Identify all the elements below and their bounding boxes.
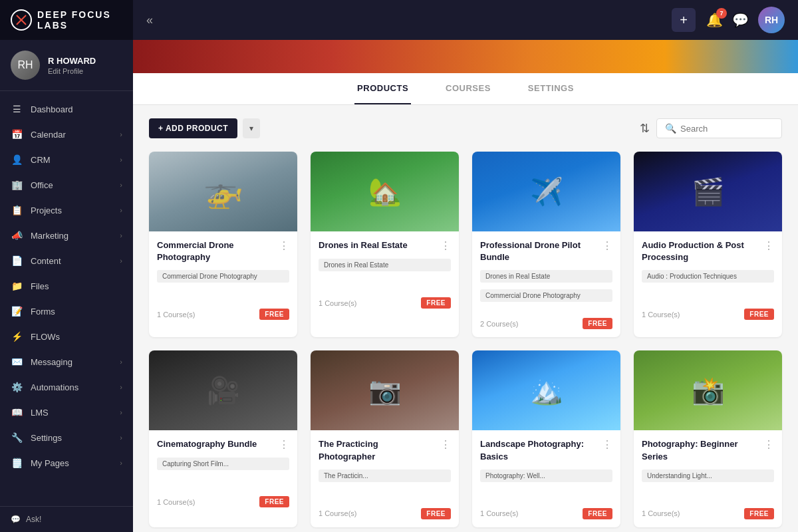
sidebar-item-crm[interactable]: 👤 CRM › [0, 147, 133, 172]
product-card-header: Cinematography Bundle ⋮ [157, 438, 289, 451]
sidebar-item-content[interactable]: 📄 Content › [0, 248, 133, 273]
chevron-icon: › [120, 257, 122, 265]
profile-name: R HOWARD [48, 56, 122, 66]
add-product-button[interactable]: + ADD PRODUCT [149, 118, 237, 138]
add-button[interactable]: + [672, 8, 696, 32]
product-tag: Capturing Short Film... [157, 458, 289, 470]
marketing-icon: 📣 [11, 229, 23, 241]
search-input[interactable] [680, 124, 773, 134]
logo-icon [11, 8, 32, 32]
sidebar-item-label: CRM [31, 155, 51, 165]
topbar: « + 🔔 7 💬 RH [133, 0, 798, 40]
product-card-header: Landscape Photography: Basics ⋮ [480, 438, 612, 462]
product-card-footer: 2 Course(s) FREE [480, 313, 612, 329]
nav-item-left: 📁 Files [11, 280, 49, 292]
ask-label: Ask! [26, 515, 41, 524]
my-pages-icon: 🗒️ [11, 457, 23, 469]
notifications-button[interactable]: 🔔 7 [706, 12, 723, 28]
product-menu-button[interactable]: ⋮ [602, 239, 612, 252]
sidebar-item-dashboard[interactable]: ☰ Dashboard [0, 96, 133, 122]
product-card-professional-drone-pilot: Professional Drone Pilot Bundle ⋮ Drones… [472, 152, 620, 337]
free-badge: FREE [421, 297, 451, 309]
product-card-header: Drones in Real Estate ⋮ [319, 239, 451, 252]
sidebar-item-office[interactable]: 🏢 Office › [0, 172, 133, 198]
files-icon: 📁 [11, 280, 23, 292]
tabs-bar: PRODUCTSCOURSESSETTINGS [133, 73, 798, 105]
product-menu-button[interactable]: ⋮ [440, 239, 451, 252]
product-card-footer: 1 Course(s) FREE [319, 292, 451, 309]
product-tag: Photography: Well... [480, 469, 612, 482]
product-menu-button[interactable]: ⋮ [279, 239, 289, 252]
product-card-header: Photography: Beginner Series ⋮ [642, 438, 774, 462]
profile-info: R HOWARD Edit Profile [48, 56, 122, 75]
sidebar-item-calendar[interactable]: 📅 Calendar › [0, 122, 133, 147]
lms-icon: 📖 [11, 406, 23, 418]
product-card-practicing-photographer: The Practicing Photographer ⋮ The Practi… [311, 350, 459, 527]
filter-button[interactable]: ⇅ [640, 121, 650, 136]
sidebar-item-my-pages[interactable]: 🗒️ My Pages › [0, 450, 133, 475]
tab-settings[interactable]: SETTINGS [525, 73, 577, 104]
course-count: 1 Course(s) [642, 509, 680, 517]
edit-profile-link[interactable]: Edit Profile [48, 67, 122, 75]
sidebar-item-files[interactable]: 📁 Files [0, 273, 133, 299]
automations-icon: ⚙️ [11, 381, 23, 393]
sidebar-item-forms[interactable]: 📝 Forms [0, 299, 133, 324]
product-card-header: Audio Production & Post Processing ⋮ [642, 239, 774, 263]
sidebar-item-label: Calendar [31, 130, 66, 140]
product-menu-button[interactable]: ⋮ [279, 438, 289, 451]
product-card-body: Landscape Photography: Basics ⋮ Photogra… [472, 430, 620, 527]
nav-item-left: 🗒️ My Pages [11, 457, 69, 469]
course-count: 1 Course(s) [480, 509, 518, 517]
tab-courses[interactable]: COURSES [443, 73, 493, 104]
product-card-body: Cinematography Bundle ⋮ Capturing Short … [149, 430, 297, 515]
product-card-footer: 1 Course(s) FREE [480, 503, 612, 519]
product-image [634, 152, 782, 231]
product-tags: Drones in Real Estate [319, 259, 451, 285]
user-avatar[interactable]: RH [758, 7, 785, 33]
sidebar-item-projects[interactable]: 📋 Projects › [0, 198, 133, 223]
product-image [149, 152, 297, 231]
product-card-body: Commercial Drone Photography ⋮ Commercia… [149, 231, 297, 328]
sidebar-item-flows[interactable]: ⚡ FLOWs [0, 324, 133, 349]
search-box: 🔍 [656, 118, 782, 138]
nav-item-left: 📋 Projects [11, 204, 62, 216]
product-tag: Drones in Real Estate [319, 259, 451, 271]
messages-button[interactable]: 💬 [732, 12, 749, 28]
product-title: Photography: Beginner Series [642, 438, 763, 462]
nav-item-left: 📖 LMS [11, 406, 49, 418]
products-toolbar: + ADD PRODUCT ▾ ⇅ 🔍 [149, 118, 782, 138]
settings-icon: 🔧 [11, 432, 23, 444]
free-badge: FREE [583, 318, 612, 329]
product-card-audio-production: Audio Production & Post Processing ⋮ Aud… [634, 152, 782, 337]
add-product-dropdown[interactable]: ▾ [243, 118, 260, 138]
ask-icon: 💬 [11, 515, 21, 524]
product-card-footer: 1 Course(s) FREE [157, 491, 289, 507]
product-image [311, 350, 459, 430]
product-title: Cinematography Bundle [157, 438, 279, 450]
course-count: 1 Course(s) [642, 311, 680, 319]
chevron-icon: › [120, 383, 122, 391]
chevron-icon: › [120, 408, 122, 416]
sidebar-item-messaging[interactable]: ✉️ Messaging › [0, 349, 133, 374]
free-badge: FREE [744, 309, 774, 320]
sidebar-item-automations[interactable]: ⚙️ Automations › [0, 374, 133, 400]
sidebar-item-label: Content [31, 256, 61, 266]
product-tags: Drones in Real EstateCommercial Drone Ph… [480, 270, 612, 306]
nav-item-left: 📣 Marketing [11, 229, 68, 241]
ask-button[interactable]: 💬 Ask! [11, 515, 122, 524]
sidebar-item-lms[interactable]: 📖 LMS › [0, 400, 133, 425]
sidebar-item-label: Messaging [31, 357, 72, 367]
sidebar-item-settings[interactable]: 🔧 Settings › [0, 425, 133, 450]
forms-icon: 📝 [11, 305, 23, 317]
product-menu-button[interactable]: ⋮ [763, 239, 774, 252]
product-card-cinematography-bundle: Cinematography Bundle ⋮ Capturing Short … [149, 350, 297, 527]
tab-products[interactable]: PRODUCTS [354, 73, 411, 104]
product-card-body: The Practicing Photographer ⋮ The Practi… [311, 430, 459, 527]
product-menu-button[interactable]: ⋮ [440, 438, 451, 451]
nav-item-left: ☰ Dashboard [11, 103, 73, 115]
product-menu-button[interactable]: ⋮ [602, 438, 612, 451]
calendar-icon: 📅 [11, 128, 23, 140]
product-menu-button[interactable]: ⋮ [763, 438, 774, 451]
sidebar-item-marketing[interactable]: 📣 Marketing › [0, 223, 133, 248]
collapse-sidebar-button[interactable]: « [146, 13, 153, 27]
